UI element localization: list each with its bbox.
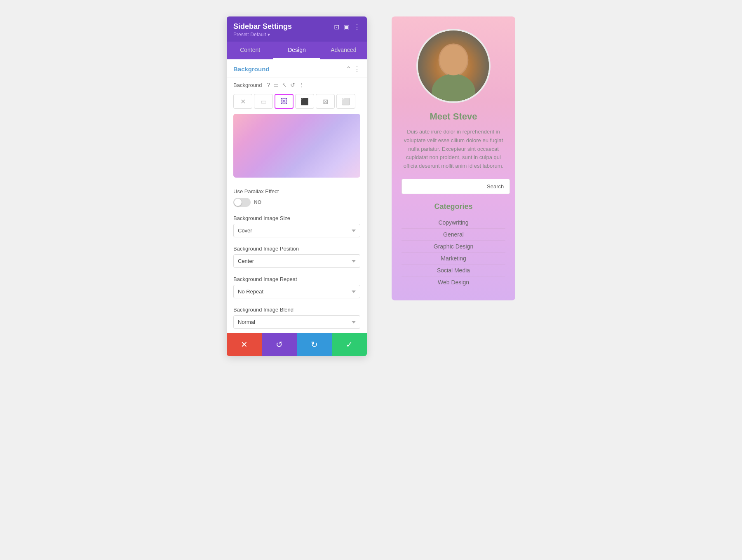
section-options-icon[interactable]: ⋮ xyxy=(354,65,360,73)
categories-title: Categories xyxy=(434,202,472,211)
bg-arrow-icon[interactable]: ↖ xyxy=(282,82,287,88)
search-input[interactable] xyxy=(402,179,481,194)
image-repeat-select[interactable]: No Repeat Repeat Repeat X Repeat Y xyxy=(233,285,360,298)
redo-button[interactable]: ↻ xyxy=(297,333,332,356)
section-header-right: ⌃ ⋮ xyxy=(346,65,360,73)
tab-content[interactable]: Content xyxy=(227,42,273,59)
panel-title: Sidebar Settings xyxy=(233,22,292,31)
bg-controls-row: Background ? ▭ ↖ ↺ ⋮ xyxy=(227,77,367,92)
avatar-image xyxy=(418,30,489,101)
svg-point-3 xyxy=(440,45,467,75)
bg-more-icon[interactable]: ⋮ xyxy=(298,82,304,88)
search-box: Search xyxy=(402,179,505,194)
avatar xyxy=(416,29,491,103)
image-position-select[interactable]: Center Top Bottom Left Right xyxy=(233,254,360,268)
more-icon[interactable]: ⋮ xyxy=(354,23,360,31)
save-button[interactable]: ✓ xyxy=(332,333,367,356)
type-gradient-btn[interactable]: ⬛ xyxy=(295,94,314,109)
image-position-field: Background Image Position Center Top Bot… xyxy=(227,241,367,272)
type-image-btn[interactable]: 🖼 xyxy=(275,94,294,109)
search-button[interactable]: Search xyxy=(481,179,510,194)
panel-header: Sidebar Settings Preset: Default ▾ ⊡ ▣ ⋮ xyxy=(227,16,367,42)
type-icons-row: ✕ ▭ 🖼 ⬛ ⊠ ⬜ xyxy=(227,92,367,114)
person-bio: Duis aute irure dolor in reprehenderit i… xyxy=(402,128,505,171)
panels-wrapper: Sidebar Settings Preset: Default ▾ ⊡ ▣ ⋮… xyxy=(227,16,515,356)
image-size-field: Background Image Size Cover Contain Auto… xyxy=(227,211,367,241)
image-blend-field: Background Image Blend Normal Multiply S… xyxy=(227,302,367,333)
action-bar: ✕ ↺ ↻ ✓ xyxy=(227,333,367,356)
list-item[interactable]: Copywriting xyxy=(402,217,505,229)
bg-image-preview[interactable] xyxy=(233,114,360,178)
bg-label: Background xyxy=(233,82,262,88)
image-repeat-field: Background Image Repeat No Repeat Repeat… xyxy=(227,272,367,302)
list-item[interactable]: General xyxy=(402,229,505,241)
image-size-label: Background Image Size xyxy=(233,215,360,221)
panel-header-icons: ⊡ ▣ ⋮ xyxy=(334,23,360,31)
sidebar-preview: Meet Steve Duis aute irure dolor in repr… xyxy=(392,16,515,300)
panel-tabs: Content Design Advanced xyxy=(227,42,367,59)
image-position-label: Background Image Position xyxy=(233,246,360,252)
image-blend-select[interactable]: Normal Multiply Screen Overlay xyxy=(233,315,360,329)
section-title: Background xyxy=(233,66,270,73)
panel-preset[interactable]: Preset: Default ▾ xyxy=(233,32,292,37)
parallax-label: Use Parallax Effect xyxy=(233,188,360,194)
parallax-toggle-wrapper: NO xyxy=(233,198,360,207)
list-item[interactable]: Graphic Design xyxy=(402,241,505,253)
tab-advanced[interactable]: Advanced xyxy=(320,42,367,59)
bg-help-icon[interactable]: ? xyxy=(267,82,270,88)
type-pattern-btn[interactable]: ⊠ xyxy=(316,94,335,109)
image-size-select[interactable]: Cover Contain Auto Custom xyxy=(233,224,360,237)
toggle-knob xyxy=(234,199,242,206)
panel-header-left: Sidebar Settings Preset: Default ▾ xyxy=(233,22,292,37)
category-list: Copywriting General Graphic Design Marke… xyxy=(402,217,505,288)
panel-body: Background ⌃ ⋮ Background ? ▭ ↖ ↺ ⋮ ✕ ▭ … xyxy=(227,59,367,333)
type-video-btn[interactable]: ⬜ xyxy=(336,94,355,109)
image-blend-label: Background Image Blend xyxy=(233,307,360,313)
parallax-toggle[interactable] xyxy=(233,198,251,207)
section-collapse-icon[interactable]: ⌃ xyxy=(346,65,351,73)
list-item[interactable]: Marketing xyxy=(402,253,505,265)
list-item[interactable]: Web Design xyxy=(402,276,505,288)
parallax-toggle-text: NO xyxy=(254,199,261,205)
parallax-row: Use Parallax Effect NO xyxy=(227,184,367,211)
person-name: Meet Steve xyxy=(430,111,477,122)
bg-reset-icon[interactable]: ↺ xyxy=(290,82,295,88)
bg-tablet-icon[interactable]: ▭ xyxy=(273,82,279,88)
layout-icon[interactable]: ▣ xyxy=(343,23,350,31)
screenshot-icon[interactable]: ⊡ xyxy=(334,23,339,31)
background-section-header: Background ⌃ ⋮ xyxy=(227,59,367,77)
tab-design[interactable]: Design xyxy=(273,42,320,59)
type-color-btn[interactable]: ▭ xyxy=(254,94,273,109)
cancel-button[interactable]: ✕ xyxy=(227,333,262,356)
settings-panel: Sidebar Settings Preset: Default ▾ ⊡ ▣ ⋮… xyxy=(227,16,367,356)
undo-button[interactable]: ↺ xyxy=(262,333,297,356)
list-item[interactable]: Social Media xyxy=(402,265,505,276)
image-repeat-label: Background Image Repeat xyxy=(233,276,360,282)
type-clear-btn[interactable]: ✕ xyxy=(233,94,252,109)
